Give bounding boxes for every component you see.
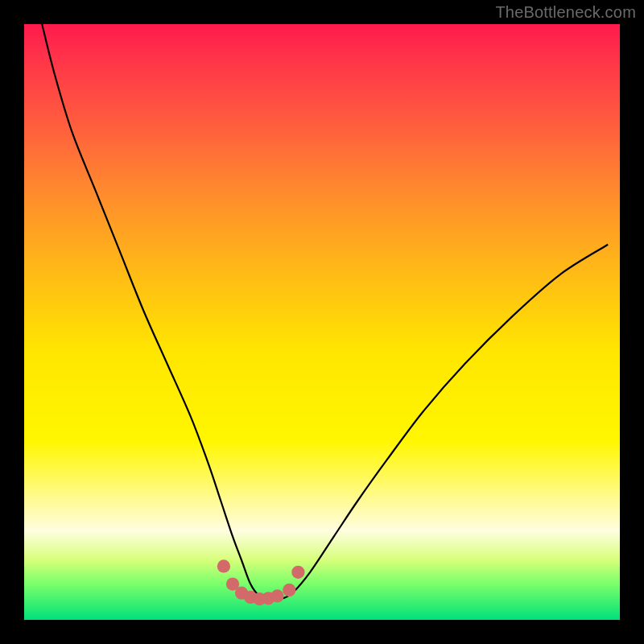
plot-area xyxy=(24,24,620,620)
valley-marker xyxy=(291,566,304,579)
valley-marker xyxy=(217,559,230,572)
watermark-text: TheBottleneck.com xyxy=(495,3,636,22)
valley-marker xyxy=(283,584,295,597)
chart-frame: TheBottleneck.com xyxy=(0,0,644,644)
valley-marker xyxy=(270,589,283,602)
valley-markers-group xyxy=(217,559,305,605)
curve-svg xyxy=(24,24,620,620)
bottleneck-curve xyxy=(42,24,608,600)
